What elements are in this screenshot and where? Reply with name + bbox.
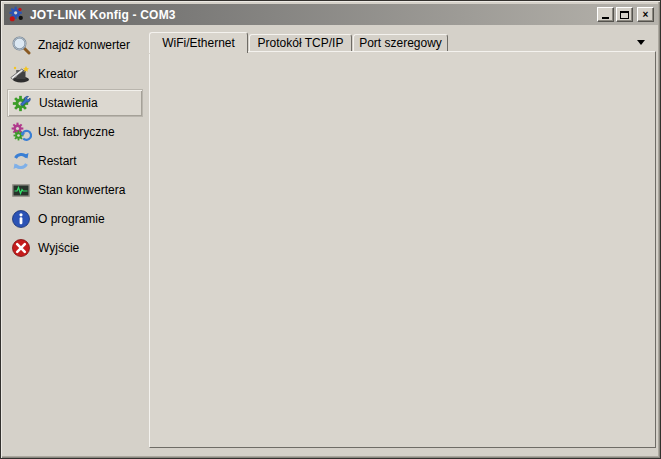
tab-port-szeregowy[interactable]: Port szeregowy [353, 34, 448, 52]
tab-label: Port szeregowy [359, 36, 442, 50]
app-window: JOT-LINK Konfig - COM3 × Znajdź konwerte… [0, 0, 661, 459]
tab-wifi-ethernet[interactable]: WiFi/Ethernet [149, 32, 248, 53]
title-bar[interactable]: JOT-LINK Konfig - COM3 × [4, 4, 658, 25]
sidebar-item-restart[interactable]: Restart [7, 148, 143, 174]
tab-protokol-tcpip[interactable]: Protokół TCP/IP [249, 34, 352, 52]
exit-icon [10, 238, 32, 258]
sidebar-item-wyjscie[interactable]: Wyjście [7, 235, 143, 261]
sidebar-item-label: Kreator [38, 67, 77, 81]
sidebar-item-label: Znajdź konwerter [38, 38, 130, 52]
wifi-ethernet-panel [149, 51, 656, 448]
sidebar-item-label: Ustawienia [39, 96, 98, 110]
minimize-icon [602, 17, 609, 19]
minimize-button[interactable] [597, 7, 614, 22]
sidebar-item-label: O programie [38, 212, 105, 226]
chevron-down-icon [637, 40, 645, 45]
tab-overflow-button[interactable] [633, 36, 649, 48]
sidebar-item-label: Restart [38, 154, 77, 168]
sidebar-item-kreator[interactable]: Kreator [7, 61, 143, 87]
tab-label: Protokół TCP/IP [258, 36, 344, 50]
sidebar-item-label: Ust. fabryczne [38, 125, 115, 139]
sidebar-item-ust-fabryczne[interactable]: Ust. fabryczne [7, 119, 143, 145]
info-icon [10, 209, 32, 229]
sidebar-item-stan-konwertera[interactable]: Stan konwertera [7, 177, 143, 203]
tab-label: WiFi/Ethernet [162, 36, 235, 50]
search-icon [10, 35, 32, 55]
sidebar-item-ustawienia[interactable]: Ustawienia [7, 89, 143, 117]
restart-icon [10, 151, 32, 171]
converter-status-icon [10, 180, 32, 200]
maximize-button[interactable] [616, 7, 633, 22]
sidebar-item-znajdz-konwerter[interactable]: Znajdź konwerter [7, 32, 143, 58]
app-logo-icon [8, 6, 25, 23]
sidebar-item-o-programie[interactable]: O programie [7, 206, 143, 232]
window-title: JOT-LINK Konfig - COM3 [30, 8, 595, 22]
wizard-icon [10, 64, 32, 84]
close-icon: × [643, 10, 649, 20]
maximize-icon [620, 11, 629, 19]
settings-icon [11, 93, 33, 113]
factory-reset-icon [10, 122, 32, 142]
sidebar-item-label: Wyjście [38, 241, 79, 255]
close-button[interactable]: × [637, 7, 654, 22]
sidebar-item-label: Stan konwertera [38, 183, 125, 197]
